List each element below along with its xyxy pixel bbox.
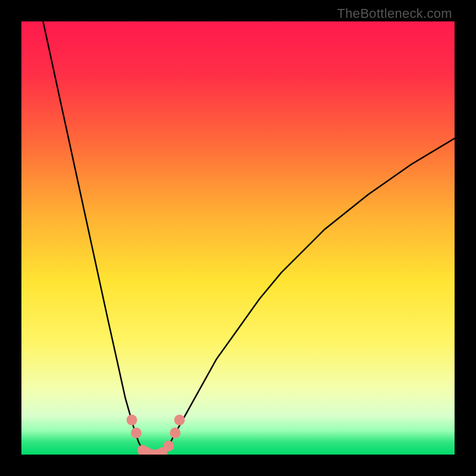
chart-frame: TheBottleneck.com: [0, 0, 476, 476]
marker-point-h: [164, 440, 174, 451]
marker-point-a: [127, 415, 137, 425]
watermark-text: TheBottleneck.com: [337, 6, 452, 21]
bottleneck-curve: [21, 21, 455, 455]
plot-area: [21, 21, 455, 455]
marker-point-j: [174, 415, 185, 425]
marker-point-i: [170, 428, 180, 439]
marker-point-b: [131, 428, 142, 439]
